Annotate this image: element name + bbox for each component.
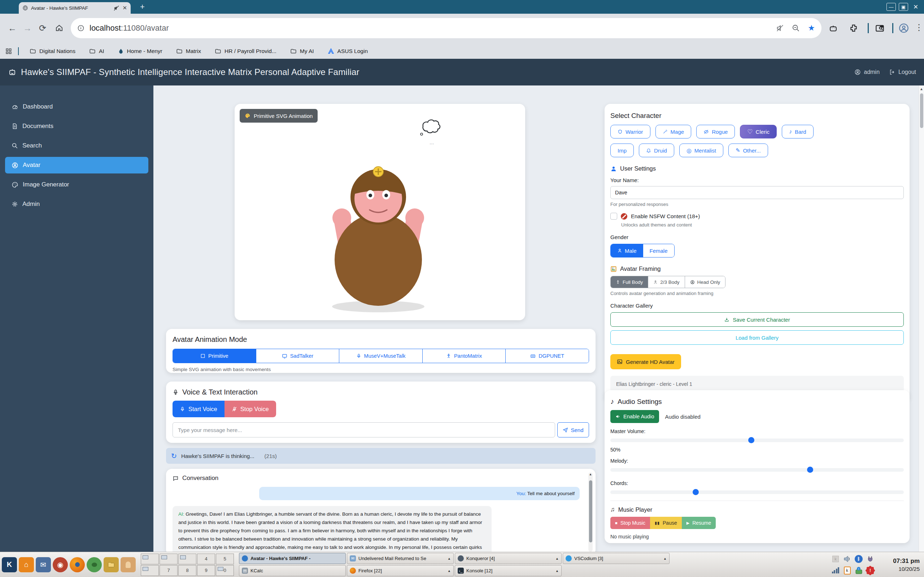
new-tab-button[interactable]: + — [140, 3, 145, 11]
back-icon[interactable]: ← — [8, 23, 16, 33]
character-warrior-button[interactable]: Warrior — [611, 125, 650, 139]
start-voice-button[interactable]: Start Voice — [173, 401, 225, 417]
profile-icon[interactable] — [899, 23, 909, 33]
browser-tab[interactable]: Avatar - Hawke's SIIMPAF ✕ — [19, 2, 131, 14]
launcher-firefox-icon[interactable] — [69, 557, 85, 572]
master-volume-slider[interactable] — [611, 438, 904, 442]
tray-volume-icon[interactable] — [843, 554, 851, 563]
task-konsole[interactable]: ›_ Konsole [12] ▲ — [455, 565, 562, 576]
bookmark-asus-login[interactable]: ASUS Login — [323, 46, 373, 56]
apps-grid-icon[interactable] — [5, 48, 12, 55]
load-gallery-button[interactable]: Load from Gallery — [611, 330, 904, 345]
home-icon[interactable] — [55, 24, 63, 32]
task-firefox[interactable]: Firefox [22] ▲ — [347, 565, 454, 576]
launcher-turtle-icon[interactable] — [87, 557, 102, 572]
taskbar-clock[interactable]: 07:31 pm 10/20/25 — [878, 558, 924, 572]
framing-full-body-button[interactable]: Full Body — [611, 276, 648, 288]
gender-male-button[interactable]: Male — [611, 244, 643, 257]
bookmark-my-ai[interactable]: My AI — [285, 46, 319, 56]
zoom-icon[interactable] — [792, 24, 800, 32]
task-undelivered-mail[interactable]: ✉ Undelivered Mail Returned to Se ▲ — [347, 553, 454, 564]
slider-thumb[interactable] — [748, 437, 754, 443]
group-arrow-icon[interactable]: ▲ — [556, 557, 559, 561]
task-avatar-siimpaf[interactable]: Avatar - Hawke's SIIMPAF - — [239, 553, 346, 564]
pager-desktop-4[interactable]: 4 — [197, 554, 215, 564]
launcher-thunderbird-icon[interactable]: ✉ — [36, 557, 51, 572]
group-arrow-icon[interactable]: ▲ — [447, 569, 451, 573]
site-info-icon[interactable] — [77, 24, 84, 32]
task-kcalc[interactable]: ▤ KCalc — [239, 565, 346, 576]
nsfw-checkbox[interactable] — [611, 213, 617, 220]
chords-slider[interactable] — [611, 490, 904, 494]
side-search-icon[interactable] — [875, 23, 885, 33]
url-text[interactable]: localhost:11080/avatar — [89, 23, 169, 33]
k-menu-button[interactable]: K — [2, 557, 17, 572]
character-cleric-button[interactable]: ♡ Cleric — [740, 125, 777, 139]
pause-button[interactable]: ▮▮Pause — [650, 517, 682, 529]
browser-menu-icon[interactable]: ⋮ — [914, 23, 923, 32]
address-bar[interactable]: localhost:11080/avatar ★ — [71, 18, 822, 38]
pager-desktop-9[interactable]: 9 — [197, 565, 215, 576]
pager-desktop-10[interactable]: 0 — [216, 565, 234, 576]
sidebar-item-documents[interactable]: Documents — [5, 118, 149, 134]
mute-icon[interactable] — [776, 24, 784, 32]
scrollbar-thumb[interactable] — [589, 480, 592, 542]
sidebar-item-search[interactable]: Search — [5, 137, 149, 154]
launcher-hand-icon[interactable] — [121, 557, 136, 572]
framing-two-thirds-button[interactable]: 2/3 Body — [648, 276, 684, 288]
mode-pantomatrix[interactable]: PantoMatrix — [422, 349, 506, 363]
character-rogue-button[interactable]: Rogue — [696, 125, 735, 139]
tray-alert-icon[interactable]: ! — [867, 567, 874, 574]
mode-musev[interactable]: MuseV+MuseTalk — [339, 349, 422, 363]
melody-slider[interactable] — [611, 468, 904, 472]
slider-thumb[interactable] — [807, 467, 813, 473]
pager-desktop-1[interactable] — [141, 554, 159, 564]
gender-female-button[interactable]: Female — [643, 244, 674, 257]
stop-voice-button[interactable]: Stop Voice — [225, 401, 276, 417]
page-scrollbar[interactable]: ▲ — [919, 85, 924, 552]
sidebar-item-admin[interactable]: Admin — [5, 196, 149, 213]
tray-power-plug-icon[interactable] — [866, 555, 874, 563]
task-vscodium[interactable]: VSCodium [3] ▲ — [563, 553, 670, 564]
scroll-up-icon[interactable]: ▲ — [919, 85, 924, 91]
bookmark-digital-nations[interactable]: Digital Nations — [24, 46, 81, 56]
mode-dgpunet[interactable]: DGPUNET — [505, 349, 589, 363]
group-arrow-icon[interactable]: ▲ — [556, 569, 559, 573]
tray-signal-icon[interactable] — [832, 567, 840, 574]
bookmark-home-menyr[interactable]: Home - Menyr — [113, 46, 168, 56]
character-mage-button[interactable]: Mage — [656, 125, 691, 139]
enable-audio-button[interactable]: Enable Audio — [611, 410, 659, 423]
scroll-up-icon[interactable]: ▲ — [588, 472, 593, 476]
send-button[interactable]: Send — [557, 422, 589, 437]
bookmark-hr-payroll[interactable]: HR / Payroll Provid... — [210, 46, 281, 56]
generate-hd-avatar-button[interactable]: Generate HD Avatar — [611, 354, 681, 369]
character-other-button[interactable]: ✎ Other... — [729, 143, 768, 157]
save-character-button[interactable]: Save Current Character — [611, 312, 904, 327]
window-maximize-button[interactable]: ▣ — [899, 3, 908, 11]
reload-icon[interactable]: ⟳ — [39, 23, 46, 33]
bookmark-matrix[interactable]: Matrix — [171, 46, 206, 56]
extensions-icon[interactable] — [849, 23, 858, 33]
character-bard-button[interactable]: ♪ Bard — [782, 125, 814, 139]
mode-primitive[interactable]: Primitive — [173, 349, 256, 363]
slider-thumb[interactable] — [693, 489, 699, 495]
ai-assistant-icon[interactable] — [829, 24, 838, 33]
conversation-scrollbar[interactable]: ▲ — [588, 472, 593, 552]
tab-muted-icon[interactable] — [113, 5, 120, 11]
framing-head-only-button[interactable]: Head Only — [685, 276, 725, 288]
scrollbar-thumb[interactable] — [920, 93, 923, 128]
sidebar-item-image-generator[interactable]: Image Generator — [5, 176, 149, 193]
bookmark-ai[interactable]: AI — [84, 46, 109, 56]
pager-desktop-3[interactable] — [178, 554, 196, 564]
bookmark-star-icon[interactable]: ★ — [808, 23, 815, 33]
mode-sadtalker[interactable]: SadTalker — [256, 349, 339, 363]
tab-close-icon[interactable]: ✕ — [122, 5, 127, 11]
pager-desktop-8[interactable]: 8 — [178, 565, 196, 576]
resume-button[interactable]: ▶Resume — [682, 517, 716, 529]
message-input[interactable] — [173, 422, 555, 437]
character-druid-button[interactable]: Druid — [639, 143, 674, 157]
pager-desktop-7[interactable]: 7 — [160, 565, 178, 576]
sidebar-item-dashboard[interactable]: Dashboard — [5, 98, 149, 115]
launcher-home-icon[interactable]: ⌂ — [19, 557, 34, 572]
window-minimize-button[interactable]: — — [887, 3, 896, 11]
